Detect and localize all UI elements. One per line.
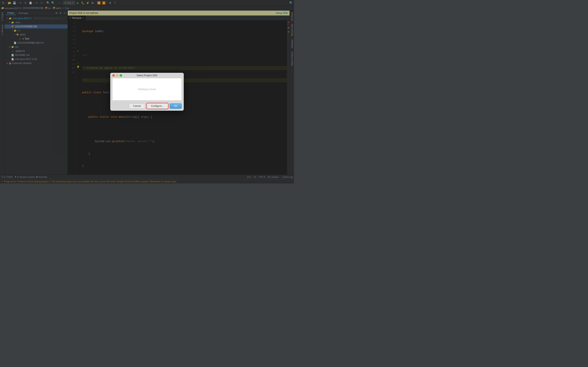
sdk-list-panel[interactable]: Nothing to show [112, 78, 182, 100]
modal-titlebar: Select Project SDK [110, 73, 184, 78]
configure-button[interactable]: Configure... [147, 103, 168, 109]
modal-overlay: Select Project SDK Nothing to show Cance… [0, 0, 294, 184]
empty-list-text: Nothing to show [138, 88, 156, 91]
modal-buttons: Cancel Configure... OK [110, 103, 184, 111]
close-window-button[interactable] [112, 74, 115, 77]
modal-traffic-lights [112, 74, 122, 77]
cancel-button[interactable]: Cancel [129, 103, 145, 109]
minimize-window-button[interactable] [116, 74, 118, 77]
modal-title: Select Project SDK [137, 74, 157, 77]
maximize-window-button[interactable] [120, 74, 122, 77]
select-sdk-dialog: Select Project SDK Nothing to show Cance… [110, 73, 184, 111]
ok-button[interactable]: OK [170, 103, 182, 109]
